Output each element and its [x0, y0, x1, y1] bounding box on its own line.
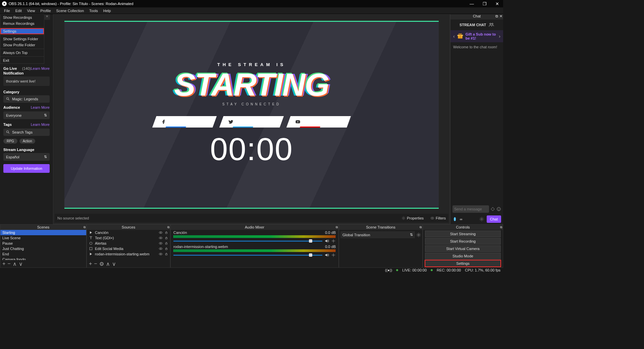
menu-scene-collection[interactable]: Scene Collection: [54, 9, 87, 13]
volume-slider[interactable]: [173, 241, 322, 242]
lock-icon[interactable]: [165, 231, 168, 235]
tags-learn-link[interactable]: Learn More: [31, 122, 50, 128]
dock-popout-icon[interactable]: ⧉: [336, 226, 338, 229]
speaker-icon[interactable]: [324, 239, 329, 243]
svg-point-14: [497, 207, 501, 211]
eye-icon[interactable]: [159, 236, 163, 240]
scene-down-button[interactable]: ∨: [19, 261, 23, 267]
source-item[interactable]: Text (GDI+): [87, 235, 170, 241]
studio-mode-button[interactable]: Studio Mode: [425, 253, 501, 259]
eye-icon[interactable]: [159, 247, 163, 251]
filters-button[interactable]: Filters: [430, 216, 446, 220]
tag-action[interactable]: Action: [19, 139, 36, 144]
category-label: Category: [3, 90, 50, 94]
source-item[interactable]: Alertas: [87, 241, 170, 246]
menu-remux-recordings[interactable]: Remux Recordings: [0, 20, 44, 27]
live-status-dot: [396, 269, 398, 271]
tag-rpg[interactable]: RPG: [3, 139, 17, 144]
menu-exit[interactable]: Exit: [0, 57, 44, 63]
start-streaming-button[interactable]: Start Streaming: [425, 231, 501, 237]
scene-item[interactable]: Pause: [0, 241, 86, 246]
dock-popout-icon[interactable]: ⧉: [420, 226, 422, 229]
dock-popout-icon[interactable]: ⧉: [500, 226, 502, 229]
source-settings-button[interactable]: ⚙: [99, 261, 104, 267]
gift-sub-banner[interactable]: ‹ Gift a Sub now to be #1! ›: [450, 30, 503, 42]
preview-canvas[interactable]: THE STREAM IS STARTING STAY CONNECTED 00…: [55, 16, 448, 214]
menu-file[interactable]: File: [1, 9, 13, 13]
gear-icon[interactable]: [479, 217, 484, 221]
source-item[interactable]: rodan-intermission-starting.webm: [87, 251, 170, 257]
gear-icon[interactable]: [331, 239, 336, 243]
dock-close-icon[interactable]: ✕: [44, 14, 50, 20]
scene-item[interactable]: Just Chatting: [0, 246, 86, 251]
dock-popout-icon[interactable]: ⧉: [495, 14, 498, 18]
scenes-list[interactable]: Starting Live Scene Pause Just Chatting …: [0, 230, 86, 260]
menu-edit[interactable]: Edit: [13, 9, 24, 13]
lock-icon[interactable]: [165, 236, 168, 240]
eye-icon[interactable]: [159, 241, 163, 245]
people-icon[interactable]: [489, 22, 494, 28]
properties-button[interactable]: Properties: [401, 216, 424, 220]
update-information-button[interactable]: Update Information: [3, 164, 50, 173]
menu-show-recordings[interactable]: Show Recordings: [0, 14, 44, 20]
chat-message-input[interactable]: [452, 205, 489, 213]
menu-view[interactable]: View: [24, 9, 38, 13]
menu-help[interactable]: Help: [101, 9, 114, 13]
sources-list[interactable]: Canción Text (GDI+) Alertas Edit Social …: [87, 230, 170, 260]
lock-icon[interactable]: [165, 247, 168, 251]
audience-select[interactable]: Everyone⇅: [3, 111, 50, 119]
scene-up-button[interactable]: ∧: [13, 261, 17, 267]
remove-source-button[interactable]: −: [94, 261, 97, 267]
svg-rect-20: [166, 232, 167, 234]
source-up-button[interactable]: ∧: [106, 261, 110, 267]
scene-item[interactable]: Live Scene: [0, 235, 86, 241]
audience-label: Audience: [3, 105, 20, 109]
menu-always-on-top[interactable]: Always On Top: [0, 50, 44, 56]
source-item[interactable]: Edit Social Media: [87, 246, 170, 251]
minimize-button[interactable]: —: [470, 1, 474, 6]
gear-icon[interactable]: [331, 253, 336, 257]
start-recording-button[interactable]: Start Recording: [425, 238, 501, 245]
stream-language-select[interactable]: Español⇅: [3, 153, 50, 161]
tags-search-input[interactable]: Search Tags: [3, 129, 50, 136]
menu-tools[interactable]: Tools: [87, 9, 101, 13]
category-input[interactable]: Magic: Legends: [3, 95, 50, 103]
speaker-icon[interactable]: [324, 253, 329, 257]
remove-scene-button[interactable]: −: [7, 261, 10, 267]
dock-popout-icon[interactable]: ⧉: [84, 226, 86, 229]
menu-show-settings-folder[interactable]: Show Settings Folder: [0, 36, 44, 42]
transition-select[interactable]: Global Transition⇅: [340, 231, 415, 238]
dock-close-icon[interactable]: ✕: [499, 14, 502, 18]
add-source-button[interactable]: +: [89, 261, 92, 267]
learn-more-link[interactable]: Learn More: [31, 66, 50, 70]
diamond-icon[interactable]: [490, 207, 495, 211]
start-virtual-camera-button[interactable]: Start Virtual Camera: [425, 245, 501, 252]
scene-item[interactable]: Camara fondo: [0, 257, 86, 260]
chat-send-button[interactable]: Chat: [487, 215, 501, 223]
dock-popout-icon[interactable]: ⧉: [167, 226, 169, 229]
close-button[interactable]: ✕: [495, 1, 499, 6]
chevron-left-icon[interactable]: ‹: [453, 34, 455, 39]
eye-icon[interactable]: [159, 231, 163, 235]
crystal-icon[interactable]: [452, 217, 457, 221]
lock-icon[interactable]: [165, 252, 168, 256]
svg-point-2: [7, 131, 9, 133]
menu-settings[interactable]: Settings: [0, 28, 44, 34]
source-down-button[interactable]: ∨: [112, 261, 116, 267]
add-scene-button[interactable]: +: [2, 261, 5, 267]
settings-button[interactable]: Settings: [425, 260, 501, 267]
menu-profile[interactable]: Profile: [38, 9, 53, 13]
menu-show-profile-folder[interactable]: Show Profile Folder: [0, 42, 44, 48]
stream-info-panel: Go Live(140)Learn More Notification thor…: [0, 64, 53, 176]
chevron-right-icon[interactable]: ›: [499, 34, 500, 39]
eye-icon[interactable]: [159, 252, 163, 256]
scene-item[interactable]: End: [0, 251, 86, 257]
source-item[interactable]: Canción: [87, 230, 170, 235]
maximize-button[interactable]: ❐: [483, 1, 487, 6]
audience-learn-link[interactable]: Learn More: [31, 105, 50, 111]
emoji-icon[interactable]: [496, 207, 501, 211]
scene-item[interactable]: Starting: [0, 230, 86, 235]
volume-slider[interactable]: [173, 255, 322, 256]
lock-icon[interactable]: [165, 241, 168, 245]
gear-icon[interactable]: [416, 233, 421, 237]
